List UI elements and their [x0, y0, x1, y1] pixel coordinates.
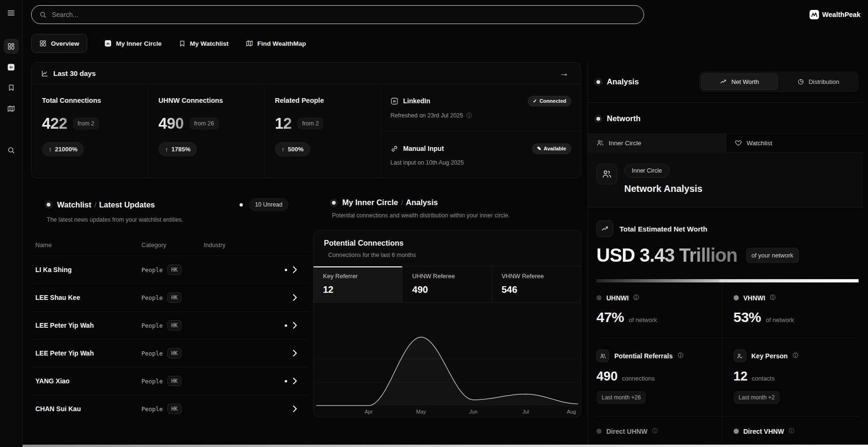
stat-label: UHNW Connections: [158, 97, 254, 104]
section-title: Watchlist / Latest Updates: [57, 200, 155, 209]
analysis-panel: Analysis Net Worth Distribution Networth: [587, 62, 863, 447]
tab-my-watchlist[interactable]: My Watchlist: [179, 40, 229, 47]
networth-title: Networth: [607, 114, 641, 123]
main-tabbar: Overview in My Inner Circle My Watchlist…: [31, 25, 863, 62]
search-bar[interactable]: [31, 5, 644, 24]
chevron-right-icon[interactable]: [293, 350, 297, 356]
map-icon: [246, 40, 253, 47]
map-icon: [7, 105, 15, 113]
networth-value: USD 3.43 Trillion: [596, 245, 737, 266]
table-row[interactable]: LEE Peter Yip Wah PeopleHK: [31, 311, 308, 339]
scope-tab-watchlist[interactable]: Watchlist: [726, 134, 864, 152]
sidebar-item-inner-circle[interactable]: in: [4, 59, 19, 74]
source-detail: Last input on 10th Aug 2025: [390, 159, 464, 166]
info-icon[interactable]: ⓘ: [789, 427, 794, 435]
brand-name: WealthPeak: [822, 11, 860, 18]
chevron-right-icon[interactable]: [293, 322, 297, 329]
metric-tab-vhnw-referee[interactable]: VHNW Referee 546: [492, 266, 581, 302]
trending-up-icon: [720, 78, 727, 85]
linkedin-icon: in: [390, 97, 398, 105]
stat-change-pill: ↑500%: [275, 142, 310, 157]
arrow-up-icon: ↑: [49, 146, 52, 153]
panel-subtitle: Connections for the last 6 months: [328, 252, 570, 258]
metric-tab-key-referrer[interactable]: Key Referrer 12: [314, 266, 403, 302]
stat-related-people: Related People 12 from 2 ↑500%: [265, 84, 381, 178]
potential-referrals-cell: Potential Referrals ⓘ 490 connections La…: [596, 338, 722, 416]
wealth-split-stats: UHNWI ⓘ 47% of network VHNWI ⓘ: [596, 282, 859, 338]
vhnwi-bar-segment: [719, 279, 859, 282]
svg-text:Apr: Apr: [364, 409, 372, 414]
chevron-right-icon[interactable]: [293, 294, 297, 301]
info-icon[interactable]: ⓘ: [633, 294, 639, 302]
section-bullet: [596, 80, 600, 84]
region-chip: HK: [167, 265, 182, 275]
chevron-right-icon[interactable]: [293, 378, 297, 384]
card-title: Network Analysis: [624, 183, 703, 194]
svg-text:Jul: Jul: [522, 409, 529, 414]
stat-uhnw-connections: UHNW Connections 490 from 26 ↑1785%: [148, 84, 265, 178]
info-icon[interactable]: ⓘ: [678, 352, 684, 360]
search-icon: [39, 11, 47, 18]
stat-from-chip: from 2: [298, 117, 323, 130]
info-icon[interactable]: ⓘ: [652, 427, 658, 435]
info-icon[interactable]: ⓘ: [770, 294, 776, 302]
section-subtitle: Potential connections and wealth distrib…: [313, 212, 581, 219]
arrow-up-icon: ↑: [281, 146, 285, 153]
last-30-days-title: Last 30 days: [53, 69, 96, 77]
column-category: Category: [141, 241, 204, 248]
arrow-right-icon[interactable]: →: [560, 69, 569, 78]
info-icon[interactable]: ⓘ: [793, 352, 799, 360]
section-bullet: [332, 201, 336, 205]
metric-tab-uhnw-referee[interactable]: UHNW Referee 490: [403, 266, 492, 302]
vhnwi-label: VHNWI: [744, 294, 766, 302]
total-networth-block: Total Estimated Net Worth USD 3.43 Trill…: [596, 208, 859, 282]
watchlist-table: Name Category Industry LI Ka Shing Peopl…: [31, 234, 308, 422]
tab-overview[interactable]: Overview: [31, 34, 87, 53]
uhnwi-bar-segment: [596, 279, 719, 282]
table-row[interactable]: YANG Xiao PeopleHK: [31, 367, 308, 395]
toggle-net-worth[interactable]: Net Worth: [701, 74, 778, 90]
kpi-label: Key Person: [752, 352, 788, 360]
scope-tabs: Inner Circle Watchlist: [588, 133, 863, 152]
network-analysis-header: Inner Circle Network Analysis: [588, 152, 863, 208]
sidebar: in: [0, 0, 23, 447]
direct-uhnw-label: Direct UHNW: [606, 428, 647, 435]
analysis-title: Analysis: [607, 77, 639, 86]
sidebar-item-wealthmap[interactable]: [4, 101, 19, 116]
dashboard-grid-icon: [7, 42, 15, 50]
info-icon[interactable]: ⓘ: [466, 112, 472, 120]
tab-find-wealthmap[interactable]: Find WealthMap: [246, 40, 306, 47]
kpi-row: Potential Referrals ⓘ 490 connections La…: [596, 338, 859, 417]
menu-icon[interactable]: [4, 6, 18, 20]
toggle-distribution[interactable]: Distribution: [780, 74, 857, 90]
scope-tab-inner-circle[interactable]: Inner Circle: [588, 134, 726, 152]
table-row[interactable]: CHAN Sui Kau PeopleHK: [31, 395, 308, 422]
last-30-days-card: Last 30 days → Total Connections 422 fro…: [31, 62, 581, 178]
sidebar-item-watchlist[interactable]: [4, 80, 19, 95]
svg-text:in: in: [9, 65, 13, 69]
stat-label: Related People: [275, 97, 370, 104]
section-bullet: [596, 117, 600, 121]
region-chip: HK: [167, 348, 182, 358]
metric-tabs: Key Referrer 12 UHNW Referee 490 VHNW Re…: [314, 266, 581, 303]
table-row[interactable]: LEE Peter Yip Wah PeopleHK: [31, 339, 308, 367]
stat-value: 12: [275, 115, 292, 132]
source-label: Manual Input: [403, 145, 444, 152]
table-row[interactable]: LI Ka Shing PeopleHK: [31, 256, 308, 283]
search-input[interactable]: [52, 11, 636, 18]
people-icon: [596, 349, 609, 362]
svg-text:in: in: [393, 99, 396, 103]
chevron-right-icon[interactable]: [293, 406, 297, 412]
tab-label: My Watchlist: [190, 40, 229, 47]
tab-my-inner-circle[interactable]: in My Inner Circle: [104, 40, 162, 47]
networth-label: Total Estimated Net Worth: [620, 225, 707, 233]
table-row[interactable]: LEE Shau Kee PeopleHK: [31, 283, 308, 311]
sidebar-item-search[interactable]: [4, 142, 19, 157]
direct-vhnw-cell: Direct VHNW ⓘ: [722, 417, 859, 446]
uhnwi-percent: 47%: [596, 309, 624, 325]
connected-badge: ✓Connected: [528, 96, 571, 107]
sidebar-item-overview[interactable]: [4, 39, 19, 54]
grid-icon: [39, 40, 47, 47]
networth-suffix-badge: of your network: [746, 248, 799, 263]
chevron-right-icon[interactable]: [293, 266, 297, 273]
